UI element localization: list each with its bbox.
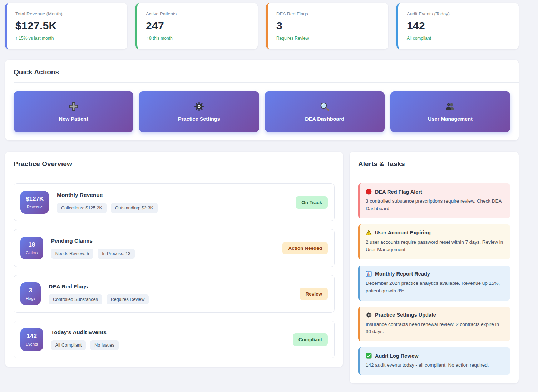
metric-value: $127K: [26, 195, 44, 203]
check-icon: [366, 353, 372, 359]
stat-label: DEA Red Flags: [276, 11, 380, 16]
gear-icon: [366, 312, 372, 318]
row-title: Today's Audit Events: [51, 329, 119, 336]
metric-unit: Claims: [26, 250, 38, 255]
divider: [14, 174, 343, 174]
metric-unit: Revenue: [26, 205, 44, 209]
info-chip: Controlled Substances: [49, 294, 102, 304]
alert-body-text: Insurance contracts need renewal review.…: [366, 321, 504, 336]
quick-action-label: Practice Settings: [178, 116, 220, 122]
stat-card-active-patients: Active Patients 247 ↑ 8 this month: [135, 3, 258, 49]
divider: [14, 82, 519, 83]
alert-user-account-expiring: User Account Expiring 2 user accounts re…: [358, 224, 510, 259]
overview-row-dea-red-flags: 3 Flags DEA Red Flags Controlled Substan…: [14, 275, 335, 313]
quick-actions-grid: New Patient: [14, 91, 510, 132]
stat-subtext: ↑ 15% vs last month: [15, 36, 119, 41]
stat-subtext: ↑ 8 this month: [146, 36, 249, 41]
quick-action-label: New Patient: [59, 116, 88, 122]
alert-body-text: 2 user accounts require password reset w…: [366, 239, 504, 254]
info-chip: Outstanding: $2.3K: [111, 203, 158, 213]
metric-unit: Flags: [26, 296, 35, 301]
info-chip: All Compliant: [51, 340, 86, 350]
row-title: Monthly Revenue: [57, 192, 158, 198]
metric-value: 18: [26, 241, 38, 248]
quick-action-label: User Management: [428, 116, 473, 122]
alerts-list: DEA Red Flag Alert 3 controlled substanc…: [358, 183, 510, 375]
info-chip: Needs Review: 5: [51, 249, 94, 259]
stat-card-dea-red-flags: DEA Red Flags 3 Requires Review: [266, 3, 388, 49]
main-columns: Practice Overview $127K Revenue Monthly …: [5, 152, 519, 383]
overview-row-audit-events: 142 Events Today's Audit Events All Comp…: [14, 321, 335, 358]
alert-audit-log-review: Audit Log Review 142 audit events today …: [358, 347, 510, 375]
status-badge: On Track: [296, 196, 328, 209]
alert-title-text: DEA Red Flag Alert: [375, 189, 422, 195]
stat-label: Active Patients: [146, 11, 249, 16]
practice-settings-button[interactable]: Practice Settings: [139, 91, 259, 132]
quick-actions-section: Quick Actions New Patient: [5, 60, 519, 140]
stat-value: 3: [276, 20, 380, 32]
stat-value: $127.5K: [15, 20, 119, 32]
warning-icon: [366, 230, 372, 236]
alert-title-text: Audit Log Review: [375, 353, 419, 359]
new-patient-button[interactable]: New Patient: [14, 91, 133, 132]
alert-title-text: Practice Settings Update: [375, 312, 436, 318]
dashboard-page: Total Revenue (Month) $127.5K ↑ 15% vs l…: [0, 0, 538, 391]
metric-badge: 142 Events: [20, 328, 43, 351]
info-chip: Requires Review: [107, 294, 149, 304]
stat-value: 142: [407, 20, 510, 32]
alert-body-text: 142 audit events today - all compliant. …: [366, 362, 504, 369]
stat-value: 247: [146, 20, 249, 32]
status-badge: Review: [300, 288, 328, 300]
quick-action-label: DEA Dashboard: [305, 116, 344, 122]
alert-body-text: December 2024 practice analytics availab…: [366, 280, 504, 295]
status-badge: Compliant: [293, 333, 328, 346]
practice-overview-title: Practice Overview: [14, 160, 335, 174]
stat-label: Audit Events (Today): [407, 11, 510, 16]
alerts-tasks-section: Alerts & Tasks DEA Red Flag Alert 3 cont…: [350, 152, 519, 383]
overview-row-pending-claims: 18 Claims Pending Claims Needs Review: 5…: [14, 229, 335, 267]
alert-practice-settings-update: Practice Settings Update Insurance contr…: [358, 307, 510, 342]
alert-monthly-report-ready: Monthly Report Ready December 2024 pract…: [358, 266, 510, 301]
alert-title-text: User Account Expiring: [375, 230, 431, 235]
bar-chart-icon: [366, 271, 372, 277]
plus-icon: [69, 101, 79, 111]
info-chip: In Process: 13: [98, 249, 135, 259]
stat-subtext: All compliant: [407, 36, 510, 41]
alert-title-text: Monthly Report Ready: [375, 271, 430, 277]
overview-list: $127K Revenue Monthly Revenue Collection…: [14, 183, 335, 358]
practice-overview-section: Practice Overview $127K Revenue Monthly …: [5, 152, 343, 367]
quick-actions-title: Quick Actions: [14, 68, 510, 82]
red-circle-icon: [366, 189, 372, 195]
alert-dea-red-flag: DEA Red Flag Alert 3 controlled substanc…: [358, 183, 510, 218]
metric-value: 3: [26, 287, 35, 294]
metric-badge: 3 Flags: [20, 282, 41, 305]
divider: [358, 174, 519, 174]
stat-label: Total Revenue (Month): [15, 11, 119, 16]
overview-row-monthly-revenue: $127K Revenue Monthly Revenue Collection…: [14, 183, 335, 221]
gear-icon: [194, 101, 204, 111]
user-management-button[interactable]: User Management: [390, 91, 510, 132]
status-badge: Action Needed: [282, 242, 328, 254]
magnifier-icon: [320, 101, 330, 111]
row-title: Pending Claims: [51, 238, 135, 244]
row-title: DEA Red Flags: [49, 283, 149, 290]
info-chip: No Issues: [90, 340, 119, 350]
metric-badge: 18 Claims: [20, 237, 43, 259]
metric-badge: $127K Revenue: [20, 191, 49, 214]
stat-card-audit-events: Audit Events (Today) 142 All compliant: [396, 3, 519, 49]
info-chip: Collections: $125.2K: [57, 203, 107, 213]
dea-dashboard-button[interactable]: DEA Dashboard: [265, 91, 385, 132]
alerts-tasks-title: Alerts & Tasks: [358, 160, 510, 174]
metric-unit: Events: [26, 342, 38, 346]
stats-row: Total Revenue (Month) $127.5K ↑ 15% vs l…: [5, 3, 519, 49]
stat-subtext: Requires Review: [276, 36, 380, 41]
stat-card-total-revenue: Total Revenue (Month) $127.5K ↑ 15% vs l…: [5, 3, 127, 49]
alert-body-text: 3 controlled substance prescriptions req…: [366, 198, 504, 213]
metric-value: 142: [26, 333, 38, 340]
users-icon: [445, 101, 455, 111]
